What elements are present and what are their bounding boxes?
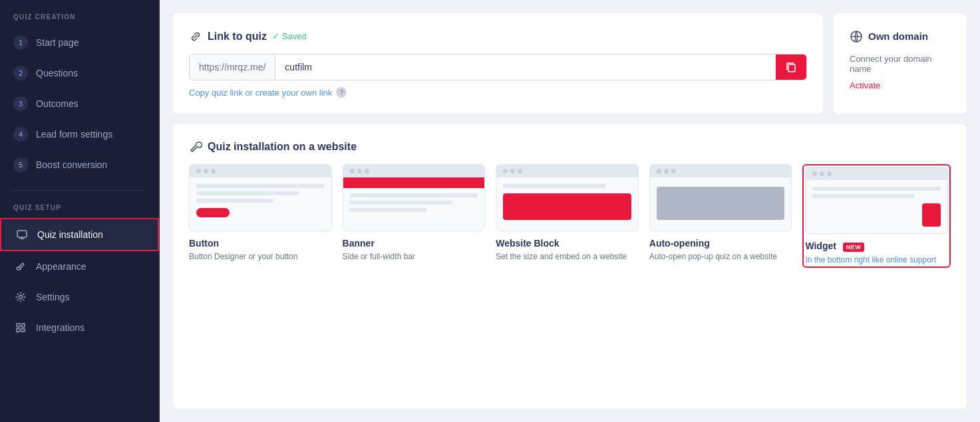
- widget-preview: [805, 167, 948, 234]
- svg-rect-4: [788, 64, 795, 72]
- option-desc: Side or full-width bar: [343, 251, 486, 263]
- install-option-widget[interactable]: Widget NEW In the bottom right like onli…: [802, 164, 951, 268]
- preview-dot: [503, 169, 508, 173]
- preview-dot: [350, 169, 355, 173]
- sidebar-item-lead-form[interactable]: 4 Lead form settings: [0, 119, 159, 150]
- saved-badge: ✓ Saved: [272, 31, 307, 41]
- sidebar-item-quiz-installation[interactable]: Quiz installation: [0, 218, 159, 251]
- preview-dot: [820, 171, 824, 176]
- website-block-preview: [496, 164, 639, 231]
- sidebar-item-label: Settings: [36, 292, 70, 302]
- preview-dot: [671, 169, 676, 173]
- link-card-title: Link to quiz ✓ Saved: [189, 29, 807, 43]
- preview-widget-element: [922, 203, 941, 227]
- preview-line: [196, 184, 325, 188]
- option-desc: Button Designer or your button: [189, 251, 332, 263]
- preview-line: [196, 191, 299, 195]
- install-option-button[interactable]: Button Button Designer or your button: [189, 164, 332, 268]
- sidebar-item-appearance[interactable]: Appearance: [0, 251, 159, 282]
- option-desc: Set the size and embed on a website: [496, 251, 639, 263]
- widget-preview-body: [806, 180, 947, 233]
- domain-card-title-text: Own domain: [868, 31, 928, 42]
- preview-button-element: [196, 208, 230, 217]
- step-number-4: 4: [13, 127, 28, 142]
- copy-button[interactable]: [776, 54, 806, 80]
- main-content: Link to quiz ✓ Saved https://mrqz.me/ Co…: [160, 0, 980, 422]
- auto-opening-preview-body: [650, 177, 792, 231]
- install-option-banner[interactable]: Banner Side or full-width bar: [343, 164, 486, 268]
- new-badge: NEW: [843, 243, 865, 252]
- option-title: Widget NEW: [805, 241, 948, 251]
- step-number-3: 3: [13, 96, 28, 111]
- sidebar-item-integrations[interactable]: Integrations: [0, 312, 159, 343]
- preview-line: [350, 201, 452, 205]
- sidebar-divider: [13, 190, 146, 191]
- preview-bar: [343, 165, 485, 177]
- install-option-website-block[interactable]: Website Block Set the size and embed on …: [496, 164, 639, 268]
- url-input[interactable]: [275, 55, 776, 79]
- preview-line: [350, 208, 427, 212]
- url-prefix: https://mrqz.me/: [190, 55, 275, 79]
- sidebar-item-settings[interactable]: Settings: [0, 282, 159, 312]
- auto-opening-preview: [649, 164, 792, 231]
- preview-bar: [650, 165, 792, 177]
- preview-dot: [657, 169, 661, 173]
- copy-link-link[interactable]: Copy quiz link or create your own link: [189, 88, 332, 98]
- preview-dot: [664, 169, 669, 173]
- globe-icon: [850, 29, 863, 43]
- gear-icon: [13, 290, 28, 304]
- option-desc: In the bottom right like online support: [805, 255, 948, 266]
- link-icon: [189, 29, 202, 43]
- sidebar-item-boost-conversion[interactable]: 5 Boost conversion: [0, 150, 159, 180]
- option-title: Banner: [343, 238, 486, 249]
- url-row: https://mrqz.me/: [189, 54, 807, 80]
- preview-dot: [357, 169, 362, 173]
- wrench-icon: [189, 140, 202, 154]
- preview-bar: [190, 165, 331, 177]
- install-option-auto-opening[interactable]: Auto-opening Auto-open pop-up quiz on a …: [649, 164, 792, 268]
- option-desc: Auto-open pop-up quiz on a website: [649, 251, 792, 263]
- preview-line: [812, 194, 915, 198]
- preview-line: [812, 187, 941, 191]
- sidebar-item-outcomes[interactable]: 3 Outcomes: [0, 88, 159, 119]
- preview-dot: [518, 169, 522, 173]
- option-title: Auto-opening: [649, 238, 792, 249]
- installation-card: Quiz installation on a website: [173, 124, 967, 409]
- preview-dot: [204, 169, 208, 173]
- preview-lines: [196, 184, 325, 203]
- domain-card-title: Own domain: [850, 29, 951, 43]
- domain-card: Own domain Connect your domain name Acti…: [834, 13, 967, 114]
- preview-dot: [812, 171, 817, 176]
- domain-activate-link[interactable]: Activate: [850, 80, 880, 90]
- step-number-2: 2: [13, 66, 28, 80]
- sidebar-item-label: Boost conversion: [36, 159, 107, 170]
- step-number-1: 1: [13, 35, 28, 50]
- top-row: Link to quiz ✓ Saved https://mrqz.me/ Co…: [173, 13, 967, 114]
- preview-line: [196, 199, 273, 203]
- svg-rect-0: [17, 231, 27, 237]
- link-hint: Copy quiz link or create your own link ?: [189, 87, 807, 98]
- step-number-5: 5: [13, 158, 28, 172]
- preview-bar: [496, 165, 638, 177]
- preview-line: [350, 193, 478, 197]
- sidebar-item-questions[interactable]: 2 Questions: [0, 58, 159, 88]
- installation-card-title-text: Quiz installation on a website: [208, 141, 357, 153]
- banner-bar: [343, 177, 485, 188]
- preview-dot: [510, 169, 515, 173]
- quiz-setup-section-label: QUIZ SETUP: [0, 201, 159, 218]
- sidebar-item-start-page[interactable]: 1 Start page: [0, 27, 159, 58]
- monitor-icon: [15, 227, 29, 242]
- help-icon[interactable]: ?: [336, 87, 347, 98]
- banner-preview-body: [343, 177, 485, 231]
- sidebar-item-label: Questions: [36, 68, 78, 78]
- quiz-creation-section-label: QUIZ CREATION: [0, 13, 159, 27]
- sidebar-item-label: Start page: [36, 37, 79, 48]
- preview-overlay: [657, 187, 785, 220]
- installation-card-title: Quiz installation on a website: [189, 140, 951, 154]
- preview-dot: [211, 169, 216, 173]
- preview-dot: [196, 169, 201, 173]
- banner-preview: [343, 164, 486, 231]
- sidebar-item-label: Outcomes: [36, 98, 79, 109]
- preview-lines: [812, 187, 941, 198]
- preview-bar: [806, 167, 947, 180]
